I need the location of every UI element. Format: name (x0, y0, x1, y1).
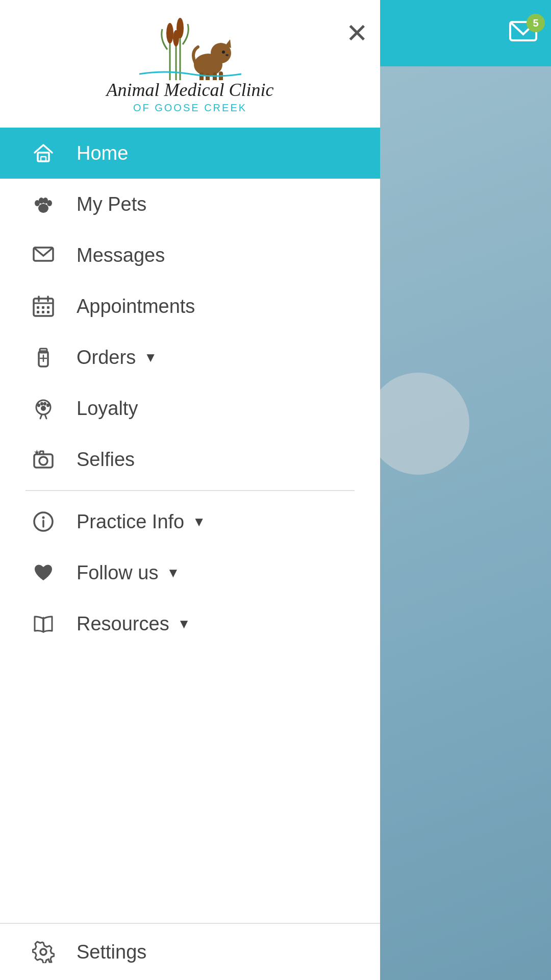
svg-point-11 (226, 54, 229, 56)
selfies-icon: ★ (26, 442, 61, 477)
svg-point-42 (43, 402, 46, 406)
sidebar-item-home[interactable]: Home (0, 128, 380, 179)
sidebar-item-settings[interactable]: Settings (0, 924, 380, 980)
svg-point-52 (40, 949, 46, 955)
sidebar-item-selfies[interactable]: ★ Selfies (0, 434, 380, 485)
svg-rect-28 (37, 306, 39, 309)
svg-point-51 (42, 517, 45, 519)
sidebar-item-label-home: Home (77, 142, 128, 164)
sidebar-item-appointments[interactable]: Appointments (0, 281, 380, 332)
book-icon (26, 606, 61, 642)
svg-point-47 (39, 457, 47, 465)
sidebar-item-label-selfies: Selfies (77, 449, 135, 471)
svg-point-41 (40, 402, 43, 406)
sidebar-item-messages[interactable]: Messages (0, 230, 380, 281)
heart-icon (26, 555, 61, 591)
svg-rect-13 (206, 74, 210, 80)
close-button[interactable]: ✕ (337, 10, 378, 56)
home-icon (26, 135, 61, 171)
calendar-icon (26, 288, 61, 324)
practice-info-chevron-icon: ▼ (192, 514, 206, 530)
bottom-section: Settings (0, 923, 380, 980)
top-bar-right: 5 (378, 0, 551, 66)
follow-us-chevron-icon: ▼ (167, 565, 180, 581)
sidebar-item-loyalty[interactable]: Loyalty (0, 383, 380, 434)
svg-text:★: ★ (34, 448, 40, 456)
sidebar-item-my-pets[interactable]: My Pets (0, 179, 380, 230)
orders-chevron-icon: ▼ (144, 350, 157, 365)
sidebar-item-orders[interactable]: Orders ▼ (0, 332, 380, 383)
svg-line-44 (40, 414, 42, 419)
orders-icon (26, 339, 61, 375)
sidebar-item-label-my-pets: My Pets (77, 193, 146, 215)
sidebar-item-label-appointments: Appointments (77, 296, 195, 317)
svg-rect-33 (47, 311, 49, 313)
sidebar-item-label-orders: Orders (77, 347, 136, 369)
sidebar-item-label-resources: Resources (77, 613, 169, 635)
loyalty-icon (26, 390, 61, 426)
svg-point-18 (38, 204, 48, 213)
info-icon (26, 504, 61, 540)
nav-list: Home My Pets (0, 128, 380, 923)
sidebar-item-label-practice-info: Practice Info (77, 511, 184, 533)
svg-point-6 (173, 30, 179, 46)
notification-button[interactable]: 5 (505, 18, 541, 48)
sidebar-item-label-follow-us: Follow us (77, 562, 159, 584)
sidebar-item-resources[interactable]: Resources ▼ (0, 598, 380, 649)
svg-point-40 (37, 404, 40, 407)
background-circle (367, 373, 469, 475)
paw-icon (26, 186, 61, 222)
sidebar-item-label-messages: Messages (77, 244, 165, 266)
notification-count-badge: 5 (527, 14, 545, 32)
svg-point-4 (166, 23, 173, 43)
messages-icon (26, 237, 61, 273)
logo-content: Animal Medical Clinic OF GOOSE CREEK (107, 14, 274, 114)
svg-line-45 (45, 414, 46, 419)
svg-rect-31 (37, 311, 39, 313)
svg-rect-30 (47, 306, 49, 309)
svg-rect-12 (199, 72, 204, 80)
logo-title: Animal Medical Clinic (107, 80, 274, 101)
sidebar-item-follow-us[interactable]: Follow us ▼ (0, 547, 380, 598)
svg-rect-29 (42, 306, 44, 309)
background-dim (378, 66, 551, 980)
logo-graphic (139, 14, 241, 80)
sidebar-item-practice-info[interactable]: Practice Info ▼ (0, 496, 380, 547)
nav-divider (26, 490, 355, 491)
sidebar-item-label-loyalty: Loyalty (77, 398, 138, 420)
svg-rect-32 (42, 311, 44, 313)
navigation-drawer: Animal Medical Clinic OF GOOSE CREEK Hom… (0, 0, 380, 980)
sidebar-item-label-settings: Settings (77, 941, 146, 963)
logo-subtitle: OF GOOSE CREEK (133, 102, 247, 114)
svg-point-10 (222, 51, 225, 54)
gear-icon (26, 934, 61, 970)
svg-point-39 (41, 406, 46, 411)
resources-chevron-icon: ▼ (178, 616, 191, 632)
svg-point-22 (47, 200, 52, 206)
logo-area: Animal Medical Clinic OF GOOSE CREEK (0, 0, 380, 128)
svg-point-43 (46, 404, 49, 407)
